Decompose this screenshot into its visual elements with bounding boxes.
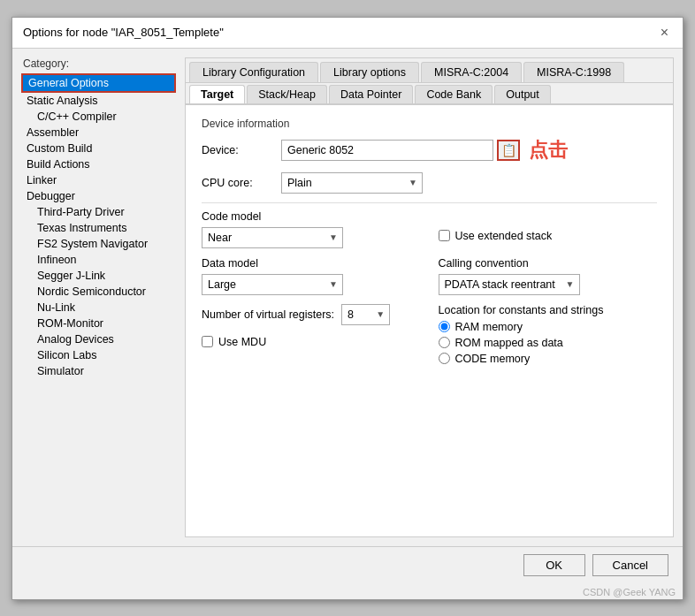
sidebar-item-custom-build[interactable]: Custom Build xyxy=(21,141,176,156)
location-col: Location for constants and strings RAM m… xyxy=(439,304,658,365)
panel-content: Device information Device: 📋 点击 CPU core… xyxy=(186,105,673,536)
category-label: Category: xyxy=(21,57,176,70)
location-radio-label-2: CODE memory xyxy=(455,353,531,365)
cancel-button[interactable]: Cancel xyxy=(592,554,668,576)
calling-convention-col: Calling convention PDATA stack reentrant… xyxy=(439,257,658,295)
annotation-text: 点击 xyxy=(529,137,568,164)
tabs-row-2: TargetStack/HeapData PointerCode BankOut… xyxy=(186,83,673,105)
title-bar: Options for node "IAR_8051_Templete" × xyxy=(12,18,683,49)
sidebar-item-fs2-system-navigator[interactable]: FS2 System Navigator xyxy=(21,236,176,252)
ok-button[interactable]: OK xyxy=(523,554,585,576)
code-model-select-wrap: NearFarBanked ▼ xyxy=(202,227,343,248)
extended-stack-row: Use extended stack xyxy=(439,230,658,242)
watermark: CSDN @Geek YANG xyxy=(12,585,683,599)
extended-stack-col: Use extended stack xyxy=(439,210,658,248)
code-model-label: Code model xyxy=(202,210,421,223)
close-button[interactable]: × xyxy=(657,25,672,41)
device-label: Device: xyxy=(202,144,272,156)
vregs-label: Number of virtual registers: xyxy=(202,308,334,321)
device-field-row: Device: 📋 点击 xyxy=(202,137,657,164)
sidebar-item-analog-devices[interactable]: Analog Devices xyxy=(21,331,176,347)
cpu-core-select[interactable]: PlainEnhanced xyxy=(281,172,423,194)
dialog-title: Options for node "IAR_8051_Templete" xyxy=(23,26,224,39)
use-mdu-label: Use MDU xyxy=(218,336,266,348)
data-model-select-wrap: SmallLargeGeneric ▼ xyxy=(202,274,343,295)
sidebar-item-simulator[interactable]: Simulator xyxy=(21,363,176,379)
device-input-wrap: 📋 点击 xyxy=(281,137,657,164)
data-model-calling-row: Data model SmallLargeGeneric ▼ Calling c… xyxy=(202,257,657,295)
sidebar-item-debugger[interactable]: Debugger xyxy=(21,188,176,204)
tab-misra-c-1998[interactable]: MISRA-C:1998 xyxy=(523,62,624,82)
extended-stack-label: Use extended stack xyxy=(455,230,553,242)
cpu-input-wrap: PlainEnhanced ▼ xyxy=(281,172,657,194)
location-label: Location for constants and strings xyxy=(439,304,658,316)
tab-library-options[interactable]: Library options xyxy=(320,62,419,82)
location-radio-2[interactable] xyxy=(439,353,450,364)
code-model-col: Code model NearFarBanked ▼ xyxy=(202,210,421,248)
calling-convention-label: Calling convention xyxy=(439,257,658,270)
sidebar-list: General OptionsStatic AnalysisC/C++ Comp… xyxy=(21,73,176,379)
tab-library-configuration[interactable]: Library Configuration xyxy=(189,62,318,82)
code-model-row: Code model NearFarBanked ▼ Use extended … xyxy=(202,210,657,248)
tab2-target[interactable]: Target xyxy=(189,85,245,103)
sidebar-item-build-actions[interactable]: Build Actions xyxy=(21,156,176,172)
sidebar-item-infineon[interactable]: Infineon xyxy=(21,252,176,268)
cpu-label: CPU core: xyxy=(202,177,272,189)
tab2-code-bank[interactable]: Code Bank xyxy=(415,85,493,103)
location-radio-label-0: RAM memory xyxy=(455,321,523,333)
sidebar-item-silicon-labs[interactable]: Silicon Labs xyxy=(21,347,176,363)
dialog-body: Category: General OptionsStatic Analysis… xyxy=(12,49,683,546)
browse-button[interactable]: 📋 xyxy=(497,140,520,161)
use-mdu-row: Use MDU xyxy=(202,336,421,348)
location-radio-row-1: ROM mapped as data xyxy=(439,337,658,349)
device-info-title: Device information xyxy=(202,118,657,130)
location-radio-row-2: CODE memory xyxy=(439,353,658,365)
options-dialog: Options for node "IAR_8051_Templete" × C… xyxy=(11,17,684,600)
use-mdu-checkbox[interactable] xyxy=(202,336,213,347)
sidebar-item-c/c++-compiler[interactable]: C/C++ Compiler xyxy=(21,109,176,125)
sidebar-item-nordic-semiconductor[interactable]: Nordic Semiconductor xyxy=(21,284,176,300)
data-model-select[interactable]: SmallLargeGeneric xyxy=(202,274,343,295)
sidebar-item-static-analysis[interactable]: Static Analysis xyxy=(21,93,176,109)
sidebar-item-third-party-driver[interactable]: Third-Party Driver xyxy=(21,204,176,220)
dialog-footer: OK Cancel xyxy=(12,546,683,585)
cpu-select-wrap: PlainEnhanced ▼ xyxy=(281,172,423,194)
sidebar-item-assembler[interactable]: Assembler xyxy=(21,125,176,141)
main-panel: Library ConfigurationLibrary optionsMISR… xyxy=(185,57,674,537)
sidebar-item-rom-monitor[interactable]: ROM-Monitor xyxy=(21,316,176,331)
device-info-section: Device information Device: 📋 点击 CPU core… xyxy=(202,118,657,194)
location-radio-row-0: RAM memory xyxy=(439,321,658,333)
location-radio-1[interactable] xyxy=(439,337,450,348)
data-model-col: Data model SmallLargeGeneric ▼ xyxy=(202,257,421,295)
vregs-select-wrap: 468101214 ▼ xyxy=(341,304,390,325)
tab2-data-pointer[interactable]: Data Pointer xyxy=(329,85,413,103)
vregs-location-row: Number of virtual registers: 468101214 ▼… xyxy=(202,304,657,365)
sidebar: Category: General OptionsStatic Analysis… xyxy=(21,57,176,537)
location-radio-0[interactable] xyxy=(439,321,450,332)
vregs-select[interactable]: 468101214 xyxy=(341,304,390,325)
data-model-label: Data model xyxy=(202,257,421,270)
cpu-core-field-row: CPU core: PlainEnhanced ▼ xyxy=(202,172,657,194)
sidebar-item-general-options[interactable]: General Options xyxy=(21,73,176,93)
location-radio-label-1: ROM mapped as data xyxy=(455,337,563,349)
tab2-output[interactable]: Output xyxy=(494,85,551,103)
sidebar-item-nu-link[interactable]: Nu-Link xyxy=(21,300,176,316)
calling-convention-select[interactable]: PDATA stack reentrantXDATA stack reentra… xyxy=(439,274,580,295)
extended-stack-checkbox[interactable] xyxy=(439,230,450,241)
code-model-select[interactable]: NearFarBanked xyxy=(202,227,343,248)
location-radio-group: RAM memoryROM mapped as dataCODE memory xyxy=(439,321,658,365)
device-input[interactable] xyxy=(281,140,493,161)
sidebar-item-texas-instruments[interactable]: Texas Instruments xyxy=(21,220,176,236)
tabs-row-1: Library ConfigurationLibrary optionsMISR… xyxy=(186,58,673,83)
vregs-col: Number of virtual registers: 468101214 ▼… xyxy=(202,304,421,348)
tab-misra-c-2004[interactable]: MISRA-C:2004 xyxy=(421,62,522,82)
sidebar-item-segger-j-link[interactable]: Segger J-Link xyxy=(21,268,176,284)
browse-icon: 📋 xyxy=(501,143,516,157)
calling-convention-select-wrap: PDATA stack reentrantXDATA stack reentra… xyxy=(439,274,580,295)
sidebar-item-linker[interactable]: Linker xyxy=(21,172,176,188)
vregs-row: Number of virtual registers: 468101214 ▼ xyxy=(202,304,421,325)
tab2-stack-heap[interactable]: Stack/Heap xyxy=(247,85,327,103)
